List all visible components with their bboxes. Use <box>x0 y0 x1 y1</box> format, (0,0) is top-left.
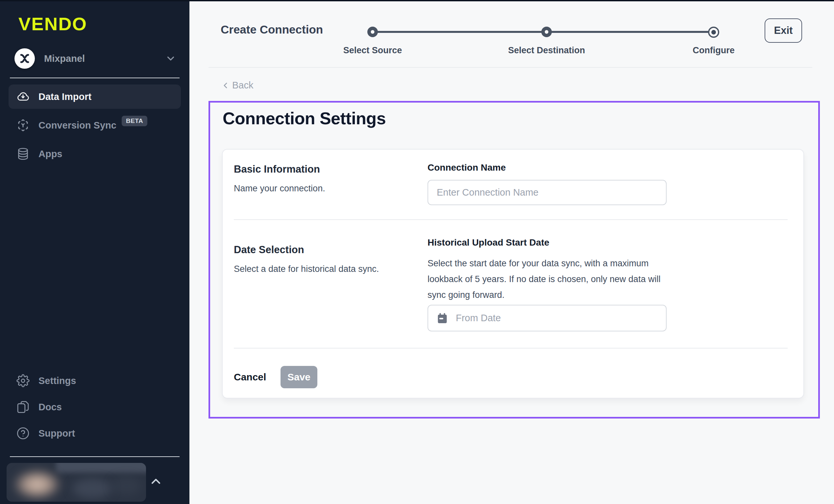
user-profile-card[interactable] <box>6 463 146 502</box>
blurred-avatar <box>13 469 62 500</box>
header-divider <box>208 67 812 68</box>
step-dot-select-destination[interactable] <box>541 27 552 37</box>
card-divider <box>234 219 788 220</box>
sidebar-item-apps[interactable]: Apps <box>8 142 181 166</box>
gear-icon <box>17 374 29 387</box>
blurred-user-info <box>56 463 146 473</box>
connection-name-label: Connection Name <box>427 162 506 173</box>
sidebar-item-settings[interactable]: Settings <box>8 368 181 394</box>
save-button[interactable]: Save <box>281 366 317 388</box>
step-dot-configure[interactable] <box>708 27 719 38</box>
sidebar-item-support[interactable]: Support <box>8 420 181 446</box>
chevron-down-icon[interactable] <box>165 53 176 64</box>
workspace-name: Mixpanel <box>44 53 165 64</box>
card-divider <box>234 348 788 349</box>
cancel-button[interactable]: Cancel <box>234 366 266 388</box>
from-date-field <box>427 305 666 331</box>
connection-name-input[interactable] <box>427 180 666 205</box>
database-icon <box>17 147 29 160</box>
exit-button[interactable]: Exit <box>765 18 802 43</box>
settings-card: Basic Information Name your connection. … <box>222 149 804 398</box>
help-icon <box>17 427 29 440</box>
sync-arrows-icon <box>17 119 29 132</box>
sidebar-divider <box>10 78 179 78</box>
sidebar-item-docs[interactable]: Docs <box>8 394 181 420</box>
docs-icon <box>17 400 29 414</box>
sidebar-footer-nav: Settings Docs Support <box>8 368 181 446</box>
step-dot-select-source[interactable] <box>367 27 378 37</box>
stepper-connector <box>547 31 714 33</box>
start-date-description: Select the start date for your data sync… <box>427 256 673 303</box>
sidebar-item-label: Docs <box>39 402 62 413</box>
stepper-connector <box>373 31 547 33</box>
blurred-user-info <box>72 479 112 498</box>
back-label: Back <box>232 80 253 91</box>
chevron-up-icon[interactable] <box>149 474 163 488</box>
chevron-left-icon <box>221 81 230 90</box>
wizard-title: Create Connection <box>221 23 323 36</box>
cloud-download-icon <box>17 90 29 103</box>
date-selection-subtitle: Select a date for historical data sync. <box>234 264 379 274</box>
sidebar-item-label: Support <box>39 428 75 439</box>
mixpanel-logo-icon <box>15 48 35 69</box>
sidebar: Vendo Mixpanel <box>0 0 190 504</box>
sidebar-item-data-import[interactable]: Data Import <box>8 85 181 109</box>
date-selection-title: Date Selection <box>234 244 304 256</box>
sidebar-item-conversion-sync[interactable]: Conversion Sync BETA <box>8 113 181 137</box>
main-content: Create Connection Select Source Select D… <box>190 0 834 504</box>
sidebar-item-label: Apps <box>39 149 63 159</box>
sidebar-item-label: Data Import <box>39 91 91 102</box>
window-top-border <box>0 0 834 1</box>
from-date-input[interactable] <box>427 305 666 331</box>
basic-info-subtitle: Name your connection. <box>234 183 325 194</box>
step-label-select-source: Select Source <box>343 45 402 56</box>
sidebar-divider <box>10 456 179 457</box>
step-label-configure: Configure <box>693 45 735 56</box>
start-date-label: Historical Upload Start Date <box>427 237 549 248</box>
vendo-logo: Vendo <box>18 13 87 35</box>
beta-badge: BETA <box>122 116 147 126</box>
back-link[interactable]: Back <box>221 80 253 91</box>
connection-settings-focus-box: Connection Settings Basic Information Na… <box>208 101 820 418</box>
basic-info-title: Basic Information <box>234 163 320 175</box>
sidebar-item-label: Settings <box>39 375 76 386</box>
page-title: Connection Settings <box>223 108 386 129</box>
blurred-user-info <box>112 476 141 496</box>
workspace-switcher[interactable]: Mixpanel <box>15 45 176 72</box>
sidebar-nav: Data Import Conversion Sync BETA <box>8 85 181 170</box>
sidebar-item-label: Conversion Sync <box>39 120 116 131</box>
step-label-select-destination: Select Destination <box>508 45 585 56</box>
